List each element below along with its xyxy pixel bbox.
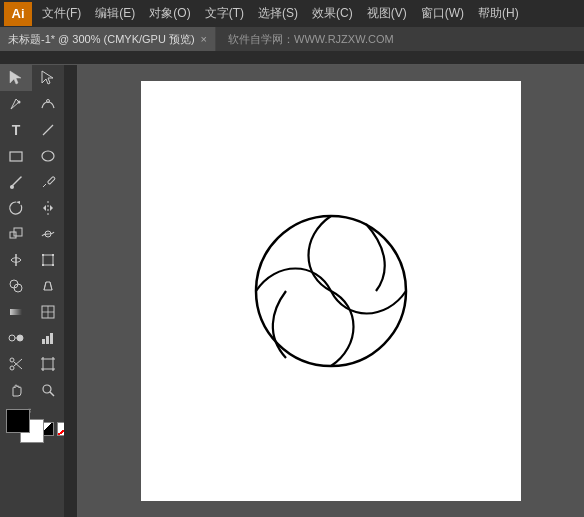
tool-row-4 — [0, 143, 64, 169]
menu-bar: 文件(F) 编辑(E) 对象(O) 文字(T) 选择(S) 效果(C) 视图(V… — [36, 2, 525, 25]
reflect-tool[interactable] — [32, 195, 64, 221]
chart-tool[interactable] — [32, 325, 64, 351]
svg-point-32 — [9, 335, 15, 341]
warp-tool[interactable] — [32, 221, 64, 247]
tool-row-8 — [0, 247, 64, 273]
ai-logo: Ai — [4, 2, 32, 26]
tool-row-11 — [0, 325, 64, 351]
svg-point-38 — [10, 366, 14, 370]
svg-rect-18 — [43, 255, 53, 265]
svg-line-9 — [43, 184, 46, 187]
ruler-left — [64, 65, 78, 517]
tab-close-button[interactable]: × — [201, 33, 207, 45]
menu-edit[interactable]: 编辑(E) — [89, 2, 141, 25]
basketball-drawing — [246, 206, 416, 376]
none-color-button[interactable] — [57, 422, 64, 436]
svg-marker-12 — [43, 205, 46, 211]
tool-row-5 — [0, 169, 64, 195]
tool-row-6 — [0, 195, 64, 221]
tab-label: 未标题-1* @ 300% (CMYK/GPU 预览) — [8, 32, 195, 47]
menu-object[interactable]: 对象(O) — [143, 2, 196, 25]
paintbrush-tool[interactable] — [0, 169, 32, 195]
menu-select[interactable]: 选择(S) — [252, 2, 304, 25]
svg-line-52 — [50, 392, 54, 396]
svg-rect-20 — [52, 254, 54, 256]
svg-marker-13 — [50, 205, 53, 211]
curvature-tool[interactable] — [32, 91, 64, 117]
artboard-tool[interactable] — [32, 351, 64, 377]
active-tab[interactable]: 未标题-1* @ 300% (CMYK/GPU 预览) × — [0, 27, 216, 51]
svg-rect-5 — [10, 152, 22, 161]
shape-builder-tool[interactable] — [0, 273, 32, 299]
tab-info: 软件自学网：WWW.RJZXW.COM — [216, 32, 394, 47]
foreground-color-swatch[interactable] — [6, 409, 30, 433]
tool-row-2 — [0, 91, 64, 117]
swatch-row: ↺ — [6, 409, 58, 443]
ruler-top — [64, 51, 584, 65]
mesh-tool[interactable] — [32, 299, 64, 325]
svg-point-6 — [42, 151, 54, 161]
svg-point-33 — [17, 335, 23, 341]
tab-bar: 未标题-1* @ 300% (CMYK/GPU 预览) × 软件自学网：WWW.… — [0, 27, 584, 51]
scale-tool[interactable] — [0, 221, 32, 247]
free-transform-tool[interactable] — [32, 247, 64, 273]
tool-row-12 — [0, 351, 64, 377]
svg-rect-8 — [47, 176, 55, 184]
menu-effect[interactable]: 效果(C) — [306, 2, 359, 25]
svg-rect-37 — [50, 333, 53, 344]
svg-marker-1 — [42, 71, 53, 84]
menu-file[interactable]: 文件(F) — [36, 2, 87, 25]
toolbar-ruler — [0, 51, 64, 65]
title-bar: Ai 文件(F) 编辑(E) 对象(O) 文字(T) 选择(S) 效果(C) 视… — [0, 0, 584, 27]
svg-rect-42 — [43, 359, 53, 369]
svg-rect-35 — [42, 339, 45, 344]
svg-point-3 — [47, 100, 50, 103]
rectangle-tool[interactable] — [0, 143, 32, 169]
type-tool[interactable]: T — [0, 117, 32, 143]
white-canvas[interactable] — [141, 81, 521, 501]
svg-rect-22 — [52, 264, 54, 266]
width-tool[interactable] — [0, 247, 32, 273]
svg-marker-10 — [16, 201, 20, 204]
svg-rect-28 — [10, 309, 22, 315]
canvas-area — [64, 51, 584, 517]
scissors-tool[interactable] — [0, 351, 32, 377]
direct-selection-tool[interactable] — [32, 65, 64, 91]
svg-rect-14 — [10, 232, 16, 238]
blend-tool[interactable] — [0, 325, 32, 351]
tool-row-10 — [0, 299, 64, 325]
toolbar: T — [0, 51, 64, 517]
pen-tool[interactable] — [0, 91, 32, 117]
tool-row-3: T — [0, 117, 64, 143]
zoom-tool[interactable] — [32, 377, 64, 403]
svg-line-4 — [43, 125, 53, 135]
hand-tool[interactable] — [0, 377, 32, 403]
menu-view[interactable]: 视图(V) — [361, 2, 413, 25]
ellipse-tool[interactable] — [32, 143, 64, 169]
svg-point-2 — [18, 101, 21, 104]
line-tool[interactable] — [32, 117, 64, 143]
tool-row-9 — [0, 273, 64, 299]
perspective-tool[interactable] — [32, 273, 64, 299]
tool-row-7 — [0, 221, 64, 247]
rotate-tool[interactable] — [0, 195, 32, 221]
svg-line-26 — [44, 282, 46, 290]
svg-point-7 — [10, 185, 14, 189]
swatch-container: ↺ — [6, 409, 30, 443]
svg-rect-21 — [42, 264, 44, 266]
tool-row-13 — [0, 377, 64, 403]
menu-help[interactable]: 帮助(H) — [472, 2, 525, 25]
selection-tool[interactable] — [0, 65, 32, 91]
menu-text[interactable]: 文字(T) — [199, 2, 250, 25]
svg-marker-0 — [10, 71, 21, 84]
svg-point-51 — [43, 385, 51, 393]
svg-point-39 — [10, 358, 14, 362]
svg-rect-36 — [46, 336, 49, 344]
svg-rect-19 — [42, 254, 44, 256]
pencil-tool[interactable] — [32, 169, 64, 195]
gradient-tool[interactable] — [0, 299, 32, 325]
menu-window[interactable]: 窗口(W) — [415, 2, 470, 25]
color-area: ↺ — [0, 403, 64, 463]
main-area: T — [0, 51, 584, 517]
canvas-content — [78, 65, 584, 517]
